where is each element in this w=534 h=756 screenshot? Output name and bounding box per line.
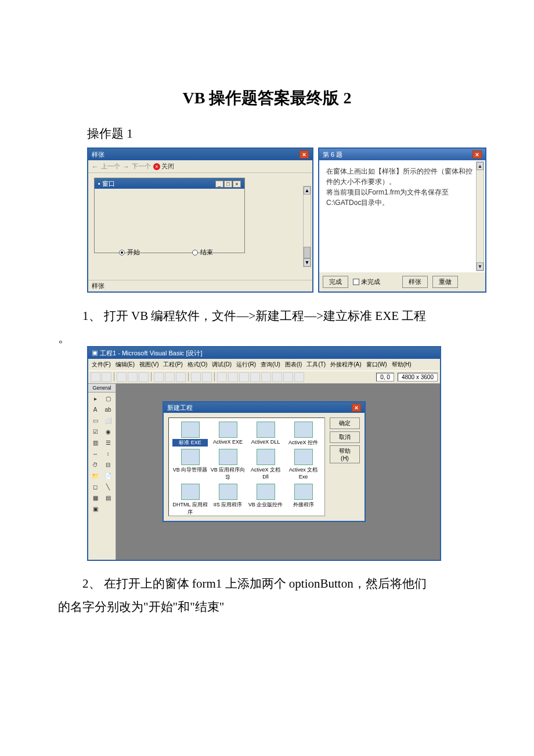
toolbar-button[interactable] [191,372,201,382]
menu-item[interactable]: 帮助(H) [391,360,413,369]
project-type-item[interactable]: VB 应用程序向导 [210,449,246,481]
ole-tool-icon[interactable]: ▣ [89,504,101,514]
listbox-tool-icon[interactable]: ☰ [102,438,114,448]
project-type-label: DHTML 应用程序 [172,501,208,516]
pointer-tool-icon[interactable]: ▸ [89,394,101,404]
label-tool-icon[interactable]: A [89,405,101,415]
toolbar[interactable]: 0, 0 4800 x 3600 [88,370,440,384]
menu-item[interactable]: 外接程序(A) [329,360,362,369]
combobox-tool-icon[interactable]: ▥ [89,438,101,448]
button-tool-icon[interactable]: ⬜ [102,416,114,426]
radio-start[interactable]: 开始 [119,248,140,257]
sample-button[interactable]: 样张 [402,276,428,288]
hscroll-tool-icon[interactable]: ↔ [89,449,101,459]
menu-item[interactable]: 图表(I) [284,360,303,369]
project-type-item[interactable]: ActiveX 文档 Dll [248,449,283,481]
toolbar-button[interactable] [272,372,282,382]
option-tool-icon[interactable]: ◉ [102,427,114,437]
project-type-item[interactable]: ActiveX EXE [210,422,246,447]
scroll-thumb[interactable] [304,247,311,258]
timer-tool-icon[interactable]: ⏱ [89,460,101,470]
next-button[interactable]: 下一个 [132,162,151,171]
menu-item[interactable]: 工程(P) [162,360,183,369]
toolbar-button[interactable] [294,372,304,382]
close-icon[interactable]: × [300,150,309,159]
scroll-up-icon[interactable]: ▲ [477,162,484,170]
project-type-list[interactable]: 标准 EXEActiveX EXEActiveX DLLActiveX 控件VB… [168,417,325,516]
picturebox-tool-icon[interactable]: ▢ [102,394,114,404]
ok-button[interactable]: 确定 [330,417,360,429]
project-type-label: ActiveX EXE [210,439,246,445]
toolbar-button[interactable] [261,372,271,382]
toolbar-button[interactable] [250,372,260,382]
frame-tool-icon[interactable]: ▭ [89,416,101,426]
file-tool-icon[interactable]: 📄 [102,471,114,481]
drive-tool-icon[interactable]: ⊟ [102,460,114,470]
image-tool-icon[interactable]: ▦ [89,493,101,503]
toolbar-button[interactable] [283,372,293,382]
line-tool-icon[interactable]: ╲ [102,482,114,492]
scroll-down-icon[interactable]: ▼ [304,258,311,267]
toolbar-button[interactable] [154,372,164,382]
scrollbar[interactable]: ▲ ▼ [476,161,484,271]
project-type-item[interactable]: 标准 EXE [172,422,208,447]
close-icon[interactable]: × [352,404,361,412]
project-type-item[interactable]: DHTML 应用程序 [172,484,208,516]
toolbar-button[interactable] [139,372,149,382]
project-type-item[interactable]: 外接程序 [286,484,321,516]
toolbar-button[interactable] [239,372,249,382]
project-type-item[interactable]: IIS 应用程序 [210,484,246,516]
menu-item[interactable]: 编辑(E) [114,360,136,369]
dir-tool-icon[interactable]: 📁 [89,471,101,481]
menu-item[interactable]: 窗口(W) [365,360,388,369]
menu-item[interactable]: 工具(T) [305,360,327,369]
prev-arrow-icon[interactable]: ← [92,163,99,171]
toolbar-button[interactable] [176,372,186,382]
toolbar-button[interactable] [228,372,238,382]
radio-end[interactable]: 结束 [192,248,213,257]
toolbar-button[interactable] [117,372,127,382]
menubar[interactable]: 文件(F)编辑(E)视图(V)工程(P)格式(O)调试(D)运行(R)查询(U)… [88,359,440,370]
minimize-icon[interactable]: _ [215,181,223,188]
help-button[interactable]: 帮助(H) [330,445,360,463]
project-type-icon [294,484,313,500]
project-type-item[interactable]: VB 向导管理器 [172,449,208,481]
done-button[interactable]: 完成 [323,276,348,288]
menu-item[interactable]: 查询(U) [259,360,282,369]
cancel-button[interactable]: 取消 [330,431,360,443]
toolbar-button[interactable] [102,372,111,382]
next-arrow-icon[interactable]: → [122,163,129,171]
toolbar-close-button[interactable]: × 关闭 [153,162,174,171]
toolbar-button[interactable] [165,372,175,382]
project-type-icon [257,422,275,438]
scrollbar[interactable]: ▲ ▼ [303,186,311,267]
menu-item[interactable]: 调试(D) [211,360,233,369]
toolbar-button[interactable] [202,372,212,382]
toolbar-button[interactable] [91,372,100,382]
inner-close-icon[interactable]: × [233,181,241,188]
maximize-icon[interactable]: □ [224,181,232,188]
project-type-item[interactable]: ActiveX 控件 [286,422,321,447]
scroll-down-icon[interactable]: ▼ [477,262,484,271]
menu-item[interactable]: 格式(O) [186,360,208,369]
data-tool-icon[interactable]: ▤ [102,493,114,503]
toolbox[interactable]: General ▸ ▢ A ab ▭ ⬜ ☑ ◉ ▥ ☰ ↔ ↕ ⏱ ⊟ 📁 [88,384,116,560]
redo-button[interactable]: 重做 [432,276,458,288]
undone-checkbox[interactable]: 未完成 [353,278,380,286]
project-type-item[interactable]: VB 企业版控件 [248,484,283,516]
textbox-tool-icon[interactable]: ab [102,405,114,415]
toolbar-button[interactable] [128,372,138,382]
project-type-item[interactable]: ActiveX DLL [248,422,283,447]
menu-item[interactable]: 文件(F) [91,360,112,369]
menu-item[interactable]: 运行(R) [235,360,257,369]
sample-body: ▪ 窗口 _□× 开始 结束 ▲ ▼ [88,173,312,280]
close-icon[interactable]: × [472,150,482,159]
project-type-item[interactable]: Activex 文档 Exe [286,449,321,481]
menu-item[interactable]: 视图(V) [138,360,160,369]
scroll-up-icon[interactable]: ▲ [304,186,311,195]
prev-button[interactable]: 上一个 [101,162,120,171]
checkbox-tool-icon[interactable]: ☑ [89,427,101,437]
vscroll-tool-icon[interactable]: ↕ [102,449,114,459]
shape-tool-icon[interactable]: ◻ [89,482,101,492]
toolbar-button[interactable] [217,372,227,382]
